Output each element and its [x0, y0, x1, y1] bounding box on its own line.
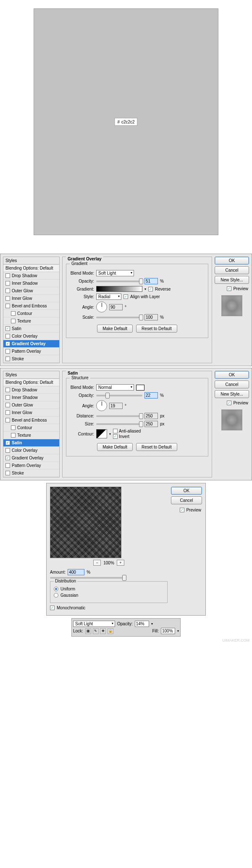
style-row-texture[interactable]: Texture [3, 432, 59, 439]
style-row-contour[interactable]: Contour [3, 424, 59, 432]
angle-input[interactable]: 90 [109, 304, 123, 310]
style-checkbox[interactable]: ✓ [5, 341, 10, 346]
opacity-input[interactable]: 22 [144, 392, 158, 399]
layer-fill-input[interactable]: 100% [161, 628, 175, 634]
style-checkbox[interactable] [5, 471, 10, 475]
color-swatch[interactable] [136, 385, 144, 391]
style-row-satin[interactable]: ✓Satin [3, 325, 59, 333]
new-style-button[interactable]: New Style... [215, 276, 249, 284]
style-row-texture[interactable]: Texture [3, 317, 59, 325]
style-checkbox[interactable] [5, 288, 10, 293]
style-checkbox[interactable] [5, 403, 10, 407]
style-row-gradient-overlay[interactable]: ✓Gradient Overlay [3, 454, 59, 462]
angle-wheel[interactable] [96, 302, 107, 312]
style-row-stroke[interactable]: Stroke [3, 355, 59, 363]
reset-default-button[interactable]: Reset to Default [136, 325, 177, 333]
style-select[interactable]: Radial [96, 294, 121, 300]
cancel-button[interactable]: Cancel [215, 266, 249, 274]
preview-checkbox[interactable]: ✓ [227, 286, 231, 291]
preview-checkbox[interactable]: ✓ [180, 508, 184, 512]
layer-blend-select[interactable]: Soft Light [73, 621, 115, 627]
style-row-contour[interactable]: Contour [3, 310, 59, 317]
reverse-checkbox[interactable]: ✓ [148, 287, 153, 291]
style-checkbox[interactable] [11, 433, 16, 438]
distance-slider[interactable] [96, 415, 142, 417]
style-checkbox[interactable] [5, 395, 10, 400]
uniform-radio[interactable] [54, 587, 58, 591]
style-checkbox[interactable] [5, 463, 10, 468]
style-row-drop-shadow[interactable]: Drop Shadow [3, 272, 59, 280]
size-input[interactable]: 250 [144, 421, 158, 427]
style-checkbox[interactable]: ✓ [5, 456, 10, 460]
anti-aliased-checkbox[interactable] [113, 429, 118, 433]
cancel-button[interactable]: Cancel [171, 496, 202, 504]
style-row-color-overlay[interactable]: Color Overlay [3, 333, 59, 340]
style-row-inner-shadow[interactable]: Inner Shadow [3, 280, 59, 287]
cancel-button[interactable]: Cancel [215, 380, 249, 388]
lock-position-icon[interactable]: ✥ [100, 628, 106, 634]
style-checkbox[interactable] [5, 304, 10, 308]
style-checkbox[interactable] [5, 281, 10, 286]
ok-button[interactable]: OK [215, 257, 249, 265]
monochromatic-checkbox[interactable]: ✓ [50, 606, 55, 610]
lock-pixels-icon[interactable]: ✎ [93, 628, 99, 634]
style-checkbox[interactable]: ✓ [5, 441, 10, 445]
zoom-in-button[interactable]: + [117, 560, 124, 566]
style-row-gradient-overlay[interactable]: ✓Gradient Overlay [3, 340, 59, 348]
size-slider[interactable] [96, 423, 142, 425]
style-row-bevel-and-emboss[interactable]: Bevel and Emboss [3, 417, 59, 424]
blending-options-row[interactable]: Blending Options: Default [3, 379, 59, 386]
style-row-outer-glow[interactable]: Outer Glow [3, 287, 59, 295]
ok-button[interactable]: OK [171, 487, 202, 495]
scale-input[interactable]: 100 [144, 314, 158, 320]
make-default-button[interactable]: Make Default [97, 443, 133, 451]
angle-input[interactable]: 19 [109, 403, 123, 409]
style-row-color-overlay[interactable]: Color Overlay [3, 447, 59, 454]
opacity-slider[interactable] [96, 281, 142, 282]
style-row-drop-shadow[interactable]: Drop Shadow [3, 386, 59, 394]
style-row-pattern-overlay[interactable]: Pattern Overlay [3, 462, 59, 469]
angle-wheel[interactable] [96, 400, 107, 411]
style-checkbox[interactable] [5, 296, 10, 301]
zoom-out-button[interactable]: − [93, 560, 101, 566]
lock-all-icon[interactable]: 🔒 [108, 628, 113, 634]
opacity-slider[interactable] [96, 395, 142, 396]
layer-opacity-input[interactable]: 14% [135, 621, 149, 627]
preview-checkbox[interactable]: ✓ [227, 401, 231, 405]
style-checkbox[interactable]: ✓ [5, 326, 10, 331]
style-checkbox[interactable] [5, 349, 10, 354]
blend-mode-select[interactable]: Normal [96, 384, 134, 391]
style-checkbox[interactable] [5, 418, 10, 422]
style-checkbox[interactable] [5, 273, 10, 278]
reset-default-button[interactable]: Reset to Default [136, 443, 177, 451]
style-row-inner-glow[interactable]: Inner Glow [3, 295, 59, 302]
style-row-bevel-and-emboss[interactable]: Bevel and Emboss [3, 302, 59, 310]
style-row-inner-glow[interactable]: Inner Glow [3, 409, 59, 417]
gradient-picker[interactable] [96, 286, 142, 292]
style-checkbox[interactable] [5, 334, 10, 338]
style-checkbox[interactable] [11, 425, 16, 430]
gaussian-radio[interactable] [54, 593, 58, 598]
scale-slider[interactable] [96, 317, 142, 318]
lock-transparency-icon[interactable]: ▦ [85, 628, 91, 634]
align-checkbox[interactable]: ✓ [123, 294, 128, 299]
style-row-stroke[interactable]: Stroke [3, 469, 59, 477]
style-checkbox[interactable] [11, 319, 16, 323]
style-checkbox[interactable] [5, 357, 10, 361]
contour-picker[interactable] [96, 429, 107, 438]
style-checkbox[interactable] [5, 448, 10, 453]
style-checkbox[interactable] [11, 311, 16, 316]
distance-input[interactable]: 250 [144, 413, 158, 419]
make-default-button[interactable]: Make Default [97, 325, 133, 333]
blending-options-row[interactable]: Blending Options: Default [3, 265, 59, 272]
blend-mode-select[interactable]: Soft Light [96, 270, 134, 276]
invert-checkbox[interactable]: ✓ [113, 434, 118, 439]
amount-input[interactable]: 400 [68, 569, 84, 575]
opacity-input[interactable]: 51 [144, 278, 158, 284]
style-row-inner-shadow[interactable]: Inner Shadow [3, 394, 59, 401]
style-checkbox[interactable] [5, 410, 10, 415]
style-row-outer-glow[interactable]: Outer Glow [3, 401, 59, 409]
style-row-satin[interactable]: ✓Satin [3, 439, 59, 447]
style-checkbox[interactable] [5, 388, 10, 392]
new-style-button[interactable]: New Style... [215, 390, 249, 398]
